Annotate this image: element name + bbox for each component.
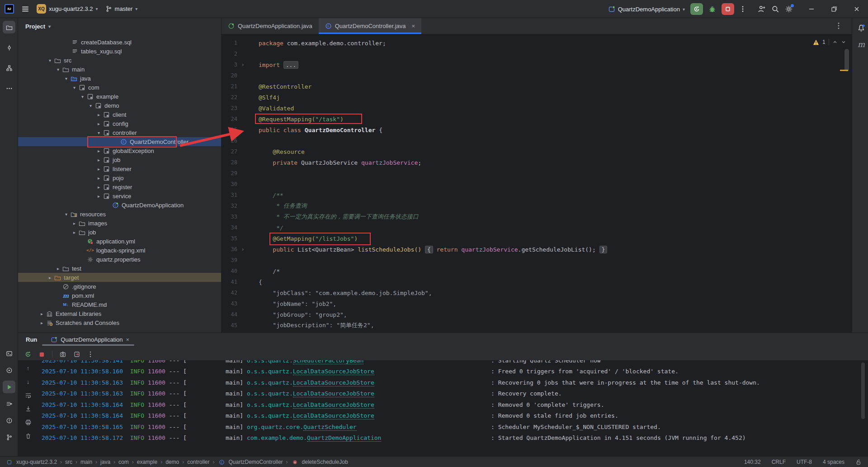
minimize-button[interactable]: [803, 0, 820, 18]
breadcrumb-item-main[interactable]: main: [80, 459, 92, 465]
line-separator[interactable]: CRLF: [772, 459, 786, 465]
debug-button[interactable]: [708, 5, 716, 13]
endpoints-tool-icon[interactable]: [3, 397, 15, 410]
tree-item-tables-xugu-sql[interactable]: tables_xugu.sql: [18, 47, 221, 56]
chevron-right-icon[interactable]: ▸: [95, 121, 103, 126]
project-folder-tool-icon[interactable]: [3, 21, 15, 33]
logger-link[interactable]: LocalDataSourceJobStore: [293, 401, 374, 409]
tree-item-service[interactable]: ▸service: [18, 191, 221, 200]
chevron-down-icon[interactable]: ▾: [62, 212, 70, 217]
chevron-right-icon[interactable]: ▸: [95, 176, 103, 181]
chevron-down-icon[interactable]: ▾: [46, 58, 54, 63]
breadcrumb-item-java[interactable]: java: [100, 459, 110, 465]
tree-item-quartz-properties[interactable]: quartz.properties: [18, 255, 221, 264]
chevron-right-icon[interactable]: ▸: [95, 157, 103, 162]
tree-item-external-libraries[interactable]: ▸External Libraries: [18, 309, 221, 318]
tree-item-example[interactable]: ▾example: [18, 92, 221, 101]
chevron-down-icon[interactable]: ▾: [54, 67, 62, 72]
chevron-down-icon[interactable]: ▾: [87, 103, 94, 108]
tree-item-java[interactable]: ▾java: [18, 74, 221, 83]
chevron-right-icon[interactable]: ▸: [71, 230, 78, 235]
thread-dump-icon[interactable]: [59, 351, 66, 358]
git-tool-icon[interactable]: [3, 431, 15, 443]
more-actions-icon[interactable]: [740, 5, 746, 13]
tree-item-gitignore[interactable]: .gitignore: [18, 282, 221, 291]
chevron-right-icon[interactable]: ▸: [71, 221, 78, 226]
tree-item-client[interactable]: ▸client: [18, 110, 221, 119]
breadcrumb-item-example[interactable]: example: [137, 459, 157, 465]
breadcrumb-item-com[interactable]: com: [118, 459, 129, 465]
logger-link[interactable]: LocalDataSourceJobStore: [293, 390, 374, 397]
logger-link[interactable]: LocalDataSourceJobStore: [293, 379, 374, 386]
code-editor[interactable]: 1package com.example.demo.controller;23›…: [222, 34, 852, 333]
close-tab-icon[interactable]: ×: [126, 336, 130, 343]
commit-tool-icon[interactable]: [3, 41, 15, 54]
chevron-right-icon[interactable]: ▸: [38, 320, 46, 325]
problems-tool-icon[interactable]: [3, 414, 15, 427]
tree-item-job[interactable]: ▸job: [18, 228, 221, 237]
logger-link[interactable]: LocalDataSourceJobStore: [293, 368, 374, 375]
tree-item-application-yml[interactable]: application.yml: [18, 237, 221, 246]
tree-item-createdatabase-sql[interactable]: createDatabase.sql: [18, 38, 221, 47]
services-tool-icon[interactable]: [3, 364, 15, 376]
clear-console-icon[interactable]: [25, 433, 32, 439]
soft-wrap-icon[interactable]: [25, 392, 32, 399]
tree-item-src[interactable]: ▾src: [18, 56, 221, 65]
tree-item-com[interactable]: ▾com: [18, 83, 221, 92]
breadcrumb-item-xugu-quartz2-3-2[interactable]: xugu-quartz2.3.2: [5, 458, 57, 466]
chevron-right-icon[interactable]: ▸: [46, 275, 54, 280]
breadcrumb-item-quartzdemocontroller[interactable]: CQuartzDemoController: [218, 458, 283, 466]
logger-link[interactable]: SchedulerFactoryBean: [293, 360, 364, 364]
scroll-to-end-icon[interactable]: [25, 405, 32, 412]
print-icon[interactable]: [25, 419, 32, 426]
tree-item-main[interactable]: ▾main: [18, 65, 221, 74]
file-encoding[interactable]: UTF-8: [797, 459, 812, 465]
tree-item-logback-spring-xml[interactable]: </>logback-spring.xml: [18, 246, 221, 255]
tree-item-quartzdemoapplication[interactable]: CQuartzDemoApplication: [18, 200, 221, 210]
close-tab-icon[interactable]: ×: [412, 23, 415, 29]
rerun-button[interactable]: [690, 3, 703, 15]
chevron-down-icon[interactable]: ▾: [62, 76, 70, 81]
search-everywhere-icon[interactable]: [771, 5, 779, 13]
tab-quartzdemocontroller-java[interactable]: C QuartzDemoController.java ×: [319, 18, 421, 34]
caret-position[interactable]: 140:32: [744, 459, 761, 465]
tree-item-test[interactable]: ▸test: [18, 264, 221, 273]
tree-item-demo[interactable]: ▾demo: [18, 101, 221, 110]
stop-icon[interactable]: [38, 351, 45, 358]
project-widget[interactable]: XQ xugu-quartz2.3.2 ▾: [37, 4, 98, 14]
next-issue-icon[interactable]: [841, 39, 846, 45]
fold-arrow-icon[interactable]: ›: [237, 246, 248, 253]
restore-layout-icon[interactable]: [73, 351, 80, 358]
lock-open-icon[interactable]: [855, 459, 862, 465]
chevron-right-icon[interactable]: ▸: [95, 194, 103, 199]
project-panel-header[interactable]: Project ▾: [18, 18, 221, 34]
chevron-right-icon[interactable]: ▸: [95, 185, 103, 190]
notifications-icon[interactable]: [855, 22, 868, 34]
rerun-icon[interactable]: [24, 351, 32, 358]
prev-issue-icon[interactable]: [832, 39, 838, 45]
console-scrollbar[interactable]: [861, 362, 865, 419]
breadcrumb-item-controller[interactable]: controller: [187, 459, 209, 465]
tree-item-listener[interactable]: ▸listener: [18, 164, 221, 173]
chevron-right-icon[interactable]: ▸: [95, 148, 103, 153]
tab-options-icon[interactable]: [835, 22, 842, 31]
tree-item-scratches-and-consoles[interactable]: ▸Scratches and Consoles: [18, 318, 221, 327]
chevron-right-icon[interactable]: ▸: [95, 112, 103, 117]
run-tab-quartzdemoapplication[interactable]: QuartzDemoApplication ×: [51, 336, 129, 343]
tree-item-images[interactable]: ▸images: [18, 219, 221, 228]
structure-tool-icon[interactable]: [3, 62, 15, 74]
tree-item-job[interactable]: ▸job: [18, 155, 221, 164]
breadcrumb-item-demo[interactable]: demo: [165, 459, 179, 465]
restore-button[interactable]: [826, 0, 843, 18]
chevron-down-icon[interactable]: ▾: [71, 85, 78, 90]
chevron-right-icon[interactable]: ▸: [38, 311, 46, 316]
more-tool-icon[interactable]: [3, 82, 15, 95]
up-stack-trace-icon[interactable]: ↑: [27, 365, 30, 372]
run-tool-icon[interactable]: [3, 381, 15, 393]
breadcrumb-item-deleteschedulejob[interactable]: mdeleteScheduleJob: [291, 458, 348, 466]
run-configuration-widget[interactable]: QuartzDemoApplication ▾: [608, 5, 685, 13]
indent-style[interactable]: 4 spaces: [823, 459, 844, 465]
vcs-branch-widget[interactable]: master ▾: [105, 5, 138, 12]
settings-icon[interactable]: [785, 5, 793, 13]
logger-link[interactable]: LocalDataSourceJobStore: [293, 412, 374, 419]
